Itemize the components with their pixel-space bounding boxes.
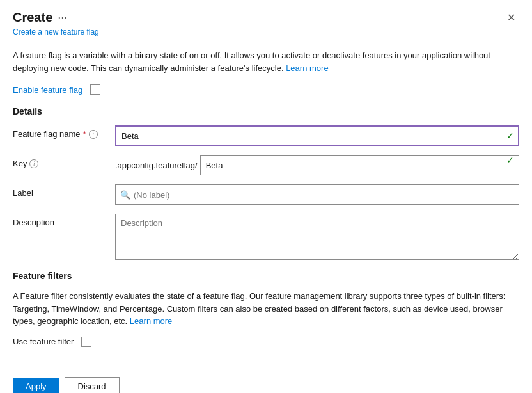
key-input-wrapper: ✓ [200, 155, 519, 175]
enable-feature-flag-row: Enable feature flag [13, 84, 519, 95]
key-info-icon[interactable]: i [29, 159, 38, 168]
details-section-title: Details [13, 106, 519, 116]
create-dialog: Create ··· ✕ Create a new feature flag A… [0, 0, 532, 393]
footer-divider [0, 360, 532, 360]
dialog-header: Create ··· ✕ [0, 0, 532, 28]
enable-feature-flag-checkbox[interactable] [90, 84, 100, 95]
key-prefix: .appconfig.featureflag/ [115, 161, 200, 170]
use-feature-filter-label: Use feature filter [13, 337, 74, 346]
filter-learn-more-link[interactable]: Learn more [130, 316, 172, 326]
label-field: 🔍 [115, 184, 519, 205]
close-button[interactable]: ✕ [503, 12, 519, 24]
feature-flag-name-input[interactable] [115, 125, 519, 146]
discard-button[interactable]: Discard [65, 377, 120, 394]
details-section: Details Feature flag name * i ✓ [13, 106, 519, 262]
required-indicator: * [83, 129, 86, 139]
feature-flag-name-label: Feature flag name * i [13, 125, 115, 139]
feature-flag-name-info-icon[interactable]: i [89, 130, 98, 139]
feature-flag-name-check-icon: ✓ [506, 131, 514, 141]
feature-flag-name-row: Feature flag name * i ✓ [13, 125, 519, 146]
more-options-icon[interactable]: ··· [58, 11, 67, 24]
key-input-row: .appconfig.featureflag/ ✓ [115, 155, 519, 175]
intro-text-content: A feature flag is a variable with a bina… [13, 51, 490, 73]
label-input-wrapper: 🔍 [115, 184, 519, 205]
feature-filters-section: Feature filters A Feature filter consist… [13, 271, 519, 347]
key-check-icon: ✓ [506, 155, 514, 165]
description-input[interactable] [115, 214, 519, 260]
key-input[interactable] [200, 155, 519, 175]
key-row: Key i .appconfig.featureflag/ ✓ [13, 155, 519, 175]
label-search-icon: 🔍 [120, 190, 130, 200]
filter-desc-text: A Feature filter consistently evaluates … [13, 291, 505, 326]
feature-filters-title: Feature filters [13, 271, 519, 281]
dialog-footer: Apply Discard [0, 369, 532, 394]
apply-button[interactable]: Apply [13, 378, 59, 394]
use-feature-filter-row: Use feature filter [13, 337, 519, 347]
description-field [115, 214, 519, 262]
intro-text: A feature flag is a variable with a bina… [13, 49, 519, 74]
dialog-title: Create [13, 10, 52, 25]
description-label: Description [13, 214, 115, 227]
feature-flag-name-field: ✓ [115, 125, 519, 146]
dialog-subtitle[interactable]: Create a new feature flag [0, 28, 532, 43]
enable-feature-flag-label: Enable feature flag [13, 85, 82, 95]
key-field: .appconfig.featureflag/ ✓ [115, 155, 519, 175]
label-input[interactable] [115, 184, 519, 205]
feature-flag-name-input-wrapper: ✓ [115, 125, 519, 146]
feature-filters-description: A Feature filter consistently evaluates … [13, 290, 519, 328]
label-label: Label [13, 184, 115, 198]
dialog-body: A feature flag is a variable with a bina… [0, 43, 532, 347]
intro-learn-more-link[interactable]: Learn more [286, 63, 328, 73]
key-label: Key i [13, 155, 115, 168]
description-row: Description [13, 214, 519, 262]
use-feature-filter-checkbox[interactable] [81, 337, 91, 347]
label-row: Label 🔍 [13, 184, 519, 205]
